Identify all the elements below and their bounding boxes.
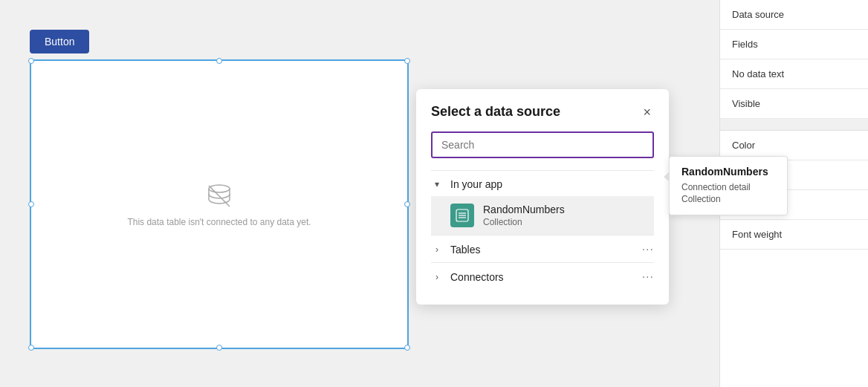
handle-top-right[interactable] [404, 58, 410, 64]
sidebar-item-visible[interactable]: Visible [720, 89, 868, 119]
section-in-your-app[interactable]: ▾ In your app [431, 170, 654, 196]
list-item-random-numbers[interactable]: RandomNumbers Collection [431, 196, 654, 235]
select-data-source-panel: Select a data source × ▾ In your app [416, 89, 669, 305]
search-input-wrapper [431, 131, 654, 158]
sidebar-item-font-weight[interactable]: Font weight [720, 220, 868, 250]
handle-bottom-center[interactable] [216, 345, 222, 351]
data-table-empty-text: This data table isn't connected to any d… [127, 217, 311, 227]
tooltip-popup: RandomNumbers Connection detail Collecti… [669, 156, 788, 215]
handle-top-center[interactable] [216, 58, 222, 64]
tooltip-detail-2: Collection [681, 194, 775, 204]
sidebar-separator [720, 119, 868, 131]
random-numbers-info: RandomNumbers Collection [483, 204, 654, 227]
random-numbers-type: Collection [483, 217, 654, 227]
section-connectors[interactable]: › Connectors ··· [431, 262, 654, 290]
section-tables[interactable]: › Tables ··· [431, 235, 654, 262]
random-numbers-name: RandomNumbers [483, 204, 654, 215]
section-connectors-label: Connectors [450, 271, 504, 283]
panel-close-button[interactable]: × [640, 105, 654, 119]
canvas-area: Button This data table isn't connected t… [0, 0, 719, 387]
tooltip-arrow [664, 172, 670, 182]
tooltip-title: RandomNumbers [681, 166, 775, 178]
search-input[interactable] [431, 131, 654, 158]
connectors-dots-menu[interactable]: ··· [642, 270, 654, 284]
sidebar-item-data-source[interactable]: Data source [720, 0, 868, 30]
database-icon [204, 181, 234, 211]
section-tables-label: Tables [450, 244, 480, 256]
chevron-connectors-icon: › [431, 272, 443, 282]
button-widget[interactable]: Button [30, 30, 89, 53]
chevron-in-your-app-icon: ▾ [431, 179, 443, 189]
handle-mid-right[interactable] [404, 201, 410, 207]
handle-bottom-right[interactable] [404, 345, 410, 351]
handle-bottom-left[interactable] [28, 345, 34, 351]
tables-dots-menu[interactable]: ··· [642, 243, 654, 256]
chevron-tables-icon: › [431, 244, 443, 255]
panel-header: Select a data source × [431, 104, 654, 120]
data-table-box[interactable]: This data table isn't connected to any d… [30, 59, 409, 349]
sidebar-item-fields[interactable]: Fields [720, 30, 868, 59]
sidebar-item-no-data-text[interactable]: No data text [720, 59, 868, 89]
random-numbers-icon [450, 204, 474, 227]
canvas-content: Button This data table isn't connected t… [15, 15, 705, 372]
section-in-your-app-label: In your app [450, 178, 502, 190]
tooltip-arrow-inner [659, 172, 664, 181]
handle-mid-left[interactable] [28, 201, 34, 207]
handle-top-left[interactable] [28, 58, 34, 64]
panel-title: Select a data source [431, 104, 560, 120]
tooltip-detail-1: Connection detail [681, 182, 775, 192]
